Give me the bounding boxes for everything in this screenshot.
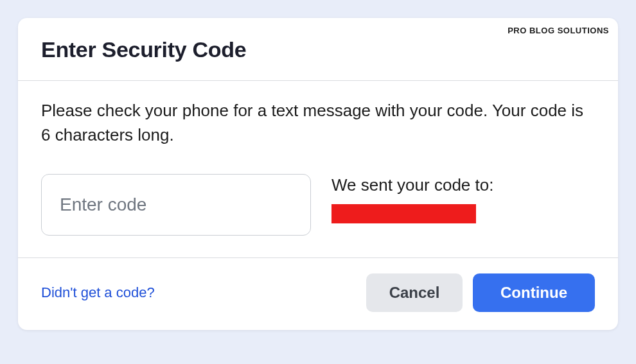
watermark-text: PRO BLOG SOLUTIONS <box>508 26 609 35</box>
modal-body: Please check your phone for a text messa… <box>18 81 618 258</box>
redacted-phone-number <box>331 204 476 223</box>
modal-footer: Didn't get a code? Cancel Continue <box>18 258 618 330</box>
instruction-text: Please check your phone for a text messa… <box>41 99 595 147</box>
didnt-get-code-link[interactable]: Didn't get a code? <box>41 284 155 301</box>
sent-to-section: We sent your code to: <box>331 174 595 223</box>
security-code-modal: Enter Security Code Please check your ph… <box>18 18 618 330</box>
code-input[interactable] <box>41 174 311 236</box>
modal-title: Enter Security Code <box>41 37 595 62</box>
input-row: We sent your code to: <box>41 174 595 236</box>
sent-to-label: We sent your code to: <box>331 175 595 195</box>
cancel-button[interactable]: Cancel <box>366 273 463 312</box>
continue-button[interactable]: Continue <box>473 273 595 312</box>
